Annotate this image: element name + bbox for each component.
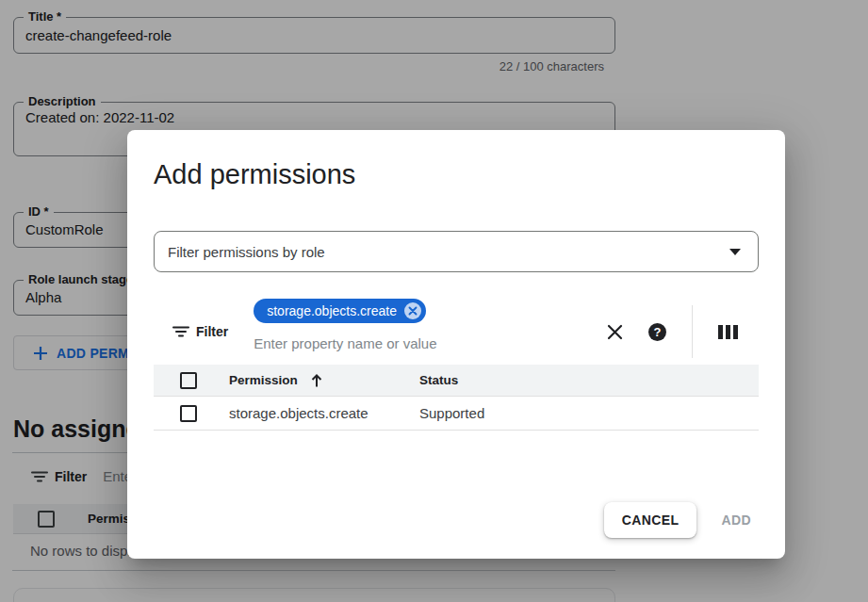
role-select-value: Filter permissions by role [168, 244, 325, 260]
permissions-table-header: Permission Status [154, 365, 759, 397]
filter-icon [172, 326, 189, 337]
row-status-cell: Supported [419, 405, 759, 421]
filter-label: Filter [196, 324, 228, 339]
select-all-checkbox[interactable] [180, 372, 197, 389]
cancel-button[interactable]: CANCEL [604, 502, 697, 538]
filter-permissions-by-role-select[interactable]: Filter permissions by role [154, 231, 759, 272]
filter-chip-label: storage.objects.create [267, 303, 397, 318]
help-button[interactable]: ? [648, 323, 666, 341]
add-permissions-dialog: Add permissions Filter permissions by ro… [127, 130, 785, 559]
filter-text-input[interactable] [254, 335, 589, 351]
clear-filter-button[interactable] [607, 324, 623, 340]
columns-icon [718, 325, 738, 339]
table-row[interactable]: storage.objects.create Supported [154, 397, 759, 431]
filter-chip[interactable]: storage.objects.create [254, 299, 426, 323]
chip-remove-icon[interactable] [404, 302, 421, 319]
divider [692, 305, 693, 358]
sort-ascending-icon[interactable] [310, 373, 323, 388]
permission-column-header: Permission [229, 373, 298, 387]
row-permission-cell: storage.objects.create [229, 405, 419, 421]
status-column-header: Status [419, 373, 759, 387]
permissions-table: Permission Status storage.objects.create… [154, 365, 759, 431]
add-button[interactable]: ADD [721, 513, 751, 528]
row-checkbox[interactable] [180, 405, 197, 422]
toolbar-icons: ? [607, 305, 738, 358]
column-display-options-button[interactable] [718, 325, 738, 339]
filter-button[interactable]: Filter [172, 324, 228, 339]
dialog-actions: CANCEL ADD [604, 502, 751, 538]
chevron-down-icon [729, 249, 741, 255]
filter-input-area[interactable]: storage.objects.create [254, 299, 607, 365]
close-icon [607, 324, 623, 340]
help-icon: ? [648, 323, 666, 341]
dialog-title: Add permissions [154, 158, 759, 190]
permissions-filter-toolbar: Filter storage.objects.create ? [154, 299, 759, 365]
